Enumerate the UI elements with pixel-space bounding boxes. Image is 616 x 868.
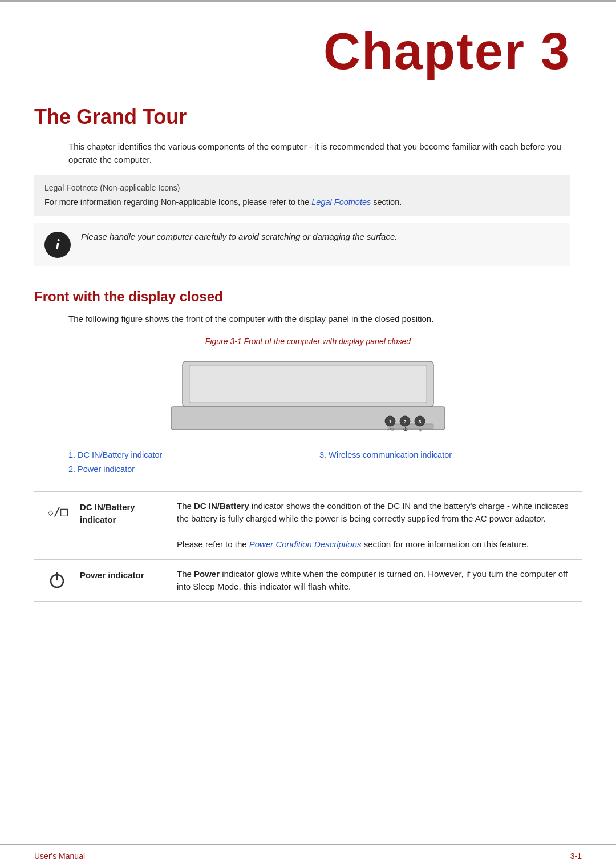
power-label: Power indicator xyxy=(80,568,177,582)
legal-body: For more information regarding Non-appli… xyxy=(44,196,560,209)
figure-labels: 1. DC IN/Battery indicator 2. Power indi… xyxy=(68,442,570,481)
figure-caption: Figure 3-1 Front of the computer with di… xyxy=(0,331,616,351)
power-condition-link[interactable]: Power Condition Descriptions xyxy=(249,539,362,549)
figure-label-3: 3. Wireless communication indicator xyxy=(319,448,570,462)
svg-rect-1 xyxy=(189,365,427,403)
legal-label: Legal Footnote (Non-applicable Icons) xyxy=(44,182,560,194)
footer-left: User's Manual xyxy=(34,850,85,862)
chapter-title: Chapter 3 xyxy=(0,2,616,96)
notice-box: Legal Footnote (Non-applicable Icons) Fo… xyxy=(34,175,570,216)
section-title: The Grand Tour xyxy=(0,96,616,140)
svg-text:3: 3 xyxy=(418,419,421,425)
power-icon xyxy=(47,570,67,594)
svg-text:1: 1 xyxy=(388,419,391,425)
dc-battery-icon: ⬦/□ xyxy=(47,502,68,521)
legal-body-suffix: section. xyxy=(371,197,402,207)
figure-label-1: 1. DC IN/Battery indicator xyxy=(68,448,319,462)
figure-labels-right: 3. Wireless communication indicator xyxy=(319,448,570,476)
subsection-intro: The following figure shows the front of … xyxy=(0,313,616,332)
info-block: i Please handle your computer carefully … xyxy=(34,223,570,266)
dc-label-text: DC IN/Batteryindicator xyxy=(80,502,135,525)
legal-body-prefix: For more information regarding Non-appli… xyxy=(44,197,311,207)
footer-right: 3-1 xyxy=(570,850,582,862)
power-icon-cell xyxy=(34,568,80,594)
page: Chapter 3 The Grand Tour This chapter id… xyxy=(0,0,616,868)
intro-text: This chapter identifies the various comp… xyxy=(0,140,616,172)
dc-bold-1: DC IN/Battery xyxy=(194,501,249,511)
figure-labels-left: 1. DC IN/Battery indicator 2. Power indi… xyxy=(68,448,319,476)
dc-icon-cell: ⬦/□ xyxy=(34,500,80,521)
dc-label: DC IN/Batteryindicator xyxy=(80,500,177,527)
svg-text:2: 2 xyxy=(403,419,406,425)
info-icon: i xyxy=(44,232,71,258)
detail-section: ⬦/□ DC IN/Batteryindicator The DC IN/Bat… xyxy=(0,491,616,602)
footer: User's Manual 3-1 xyxy=(0,844,616,868)
figure-label-2: 2. Power indicator xyxy=(68,462,319,477)
svg-text:⬦/□: ⬦/□ xyxy=(387,427,394,432)
power-label-text: Power indicator xyxy=(80,570,144,580)
subsection-title: Front with the display closed xyxy=(0,276,616,313)
legal-footnotes-link[interactable]: Legal Footnotes xyxy=(311,197,371,207)
laptop-figure: 1 ⬦/□ 2 ⏻ 3 hp xyxy=(34,357,582,442)
dc-description: The DC IN/Battery indicator shows the co… xyxy=(177,500,582,551)
svg-rect-4 xyxy=(388,424,433,429)
power-bold-1: Power xyxy=(194,569,220,579)
svg-text:⏻: ⏻ xyxy=(403,427,408,432)
info-note-text: Please handle your computer carefully to… xyxy=(81,231,397,244)
info-icon-letter: i xyxy=(55,237,59,252)
detail-row-dc: ⬦/□ DC IN/Batteryindicator The DC IN/Bat… xyxy=(34,491,582,559)
detail-row-power: Power indicator The Power indicator glow… xyxy=(34,559,582,602)
svg-text:hp: hp xyxy=(418,427,423,432)
laptop-svg: 1 ⬦/□ 2 ⏻ 3 hp xyxy=(165,357,451,442)
power-description: The Power indicator glows white when the… xyxy=(177,568,582,594)
